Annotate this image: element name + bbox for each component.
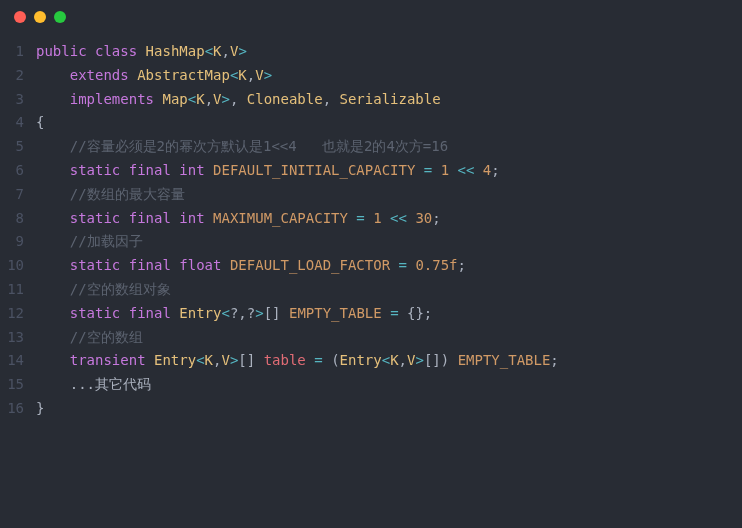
code-content[interactable]: static final float DEFAULT_LOAD_FACTOR =… [36,254,742,278]
code-line[interactable]: 2 extends AbstractMap<K,V> [0,64,742,88]
line-number: 13 [0,326,36,350]
code-line[interactable]: 7 //数组的最大容量 [0,183,742,207]
token-plain [415,162,423,178]
token-plain [205,162,213,178]
token-plain [449,162,457,178]
line-number: 5 [0,135,36,159]
token-plain [390,257,398,273]
token-comment: //容量必须是2的幂次方默认是1<<4 也就是2的4次方=16 [70,138,448,154]
token-kw: static [70,210,121,226]
token-punc: [] [238,352,263,368]
token-angleb: > [255,305,263,321]
token-plain [432,162,440,178]
token-angleb: > [222,91,230,107]
code-content[interactable]: } [36,397,742,421]
code-line[interactable]: 9 //加载因子 [0,230,742,254]
token-op: = [356,210,364,226]
code-content[interactable]: public class HashMap<K,V> [36,40,742,64]
token-num: 1 [441,162,449,178]
token-kw: public [36,43,87,59]
code-content[interactable]: transient Entry<K,V>[] table = (Entry<K,… [36,349,742,373]
token-plain: ...其它代码 [70,376,151,392]
token-plain [36,138,70,154]
code-line[interactable]: 4{ [0,111,742,135]
minimize-icon[interactable] [34,11,46,23]
token-comment: //加载因子 [70,233,143,249]
code-line[interactable]: 3 implements Map<K,V>, Cloneable, Serial… [0,88,742,112]
token-punc: ; [550,352,558,368]
token-plain [36,233,70,249]
code-content[interactable]: { [36,111,742,135]
code-content[interactable]: static final int MAXIMUM_CAPACITY = 1 <<… [36,207,742,231]
code-content[interactable]: //加载因子 [36,230,742,254]
token-op: = [390,305,398,321]
token-plain [36,329,70,345]
code-line[interactable]: 15 ...其它代码 [0,373,742,397]
token-kw: static [70,305,121,321]
code-content[interactable]: implements Map<K,V>, Cloneable, Serializ… [36,88,742,112]
code-content[interactable]: //容量必须是2的幂次方默认是1<<4 也就是2的4次方=16 [36,135,742,159]
token-punc: ; [491,162,499,178]
code-line[interactable]: 1public class HashMap<K,V> [0,40,742,64]
token-type: K [196,91,204,107]
code-content[interactable]: extends AbstractMap<K,V> [36,64,742,88]
code-editor[interactable]: 1public class HashMap<K,V>2 extends Abst… [0,34,742,431]
token-kw: extends [70,67,129,83]
close-icon[interactable] [14,11,26,23]
line-number: 2 [0,64,36,88]
token-type: Entry [340,352,382,368]
token-op: << [458,162,475,178]
token-op: = [314,352,322,368]
line-number: 11 [0,278,36,302]
code-content[interactable]: static final int DEFAULT_INITIAL_CAPACIT… [36,159,742,183]
code-line[interactable]: 16} [0,397,742,421]
code-content[interactable]: ...其它代码 [36,373,742,397]
token-angleb: > [264,67,272,83]
token-plain [36,376,70,392]
token-kw: static [70,162,121,178]
token-plain [146,352,154,368]
token-punc: ( [331,352,339,368]
token-punc: [] [264,305,289,321]
token-plain [36,210,70,226]
token-num: 1 [373,210,381,226]
line-number: 3 [0,88,36,112]
token-punc: , [247,67,255,83]
code-line[interactable]: 8 static final int MAXIMUM_CAPACITY = 1 … [0,207,742,231]
code-line[interactable]: 11 //空的数组对象 [0,278,742,302]
token-punc: , [323,91,340,107]
code-line[interactable]: 6 static final int DEFAULT_INITIAL_CAPAC… [0,159,742,183]
token-plain [205,210,213,226]
token-ident: table [264,352,306,368]
maximize-icon[interactable] [54,11,66,23]
token-type: Map [162,91,187,107]
token-angleb: > [238,43,246,59]
token-plain [36,162,70,178]
code-line[interactable]: 14 transient Entry<K,V>[] table = (Entry… [0,349,742,373]
token-num: 0.75f [415,257,457,273]
token-plain [137,43,145,59]
code-line[interactable]: 13 //空的数组 [0,326,742,350]
code-content[interactable]: //数组的最大容量 [36,183,742,207]
token-type: V [221,352,229,368]
token-angleb: < [382,352,390,368]
code-line[interactable]: 5 //容量必须是2的幂次方默认是1<<4 也就是2的4次方=16 [0,135,742,159]
token-type: K [390,352,398,368]
token-punc: , [238,305,246,321]
token-kw: float [179,257,221,273]
token-type: V [255,67,263,83]
code-content[interactable]: //空的数组 [36,326,742,350]
token-punc: {}; [407,305,432,321]
code-line[interactable]: 12 static final Entry<?,?>[] EMPTY_TABLE… [0,302,742,326]
code-content[interactable]: static final Entry<?,?>[] EMPTY_TABLE = … [36,302,742,326]
code-line[interactable]: 10 static final float DEFAULT_LOAD_FACTO… [0,254,742,278]
token-angleb: < [205,43,213,59]
token-num: 30 [415,210,432,226]
token-kw: final [129,305,171,321]
token-punc: } [36,400,44,416]
line-number: 16 [0,397,36,421]
token-plain [120,210,128,226]
token-type: Entry [179,305,221,321]
code-content[interactable]: //空的数组对象 [36,278,742,302]
token-punc: { [36,114,44,130]
